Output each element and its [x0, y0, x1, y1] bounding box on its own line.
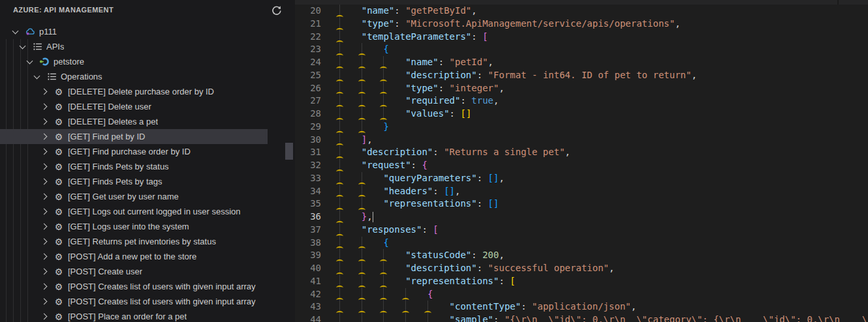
code-line[interactable]: 43"contentType": "application/json",: [295, 300, 868, 314]
tree-item[interactable]: ⚙[POST] Creates list of users with given…: [0, 294, 268, 309]
code-line-content[interactable]: "contentType": "application/json",: [334, 300, 868, 314]
code-line[interactable]: 24"name": "petId",: [295, 56, 868, 69]
tree-item[interactable]: ⚙[GET] Finds Pets by status: [0, 159, 268, 174]
code-line[interactable]: 42{: [295, 288, 868, 301]
code-line[interactable]: 38{: [295, 237, 868, 250]
chevron-right-icon[interactable]: [41, 164, 48, 170]
code-line-content[interactable]: "templateParameters": [: [334, 31, 868, 44]
code-line-content[interactable]: "required": true,: [334, 95, 868, 108]
tree-item[interactable]: ⚙[GET] Logs user into the system: [0, 219, 268, 234]
chevron-right-icon[interactable]: [41, 314, 48, 320]
code-line[interactable]: 35"representations": []: [295, 198, 868, 211]
code-line[interactable]: 22"templateParameters": [: [295, 31, 868, 44]
chevron-right-icon[interactable]: [41, 209, 48, 215]
tree-item[interactable]: ⚙[POST] Place an order for a pet: [0, 309, 268, 322]
tree-item[interactable]: ⚙[DELETE] Delete user: [0, 99, 268, 114]
code-line[interactable]: 29}: [295, 121, 868, 134]
code-line[interactable]: 21"type": "Microsoft.ApiManagement/servi…: [295, 18, 868, 31]
code-line-content[interactable]: "representations": [: [334, 275, 868, 288]
tree-item[interactable]: ⚙[GET] Find purchase order by ID: [0, 144, 268, 159]
code-line[interactable]: 27"required": true,: [295, 95, 868, 108]
code-line[interactable]: 33"queryParameters": [],: [295, 172, 868, 185]
chevron-right-icon[interactable]: [41, 89, 48, 95]
code-line-content[interactable]: {: [334, 237, 868, 250]
tree-item[interactable]: ⚙[DELETE] Deletes a pet: [0, 114, 268, 129]
code-line-content[interactable]: "name": "getPetById",: [334, 5, 868, 18]
code-line-content[interactable]: "description": "successful operation",: [334, 262, 868, 275]
sidebar-scrollbar-thumb[interactable]: [285, 143, 293, 160]
tree-item-label: [DELETE] Delete user: [68, 102, 151, 111]
code-line[interactable]: 40"description": "successful operation",: [295, 262, 868, 275]
chevron-right-icon[interactable]: [41, 149, 48, 155]
code-line-content[interactable]: "headers": [],: [334, 185, 868, 198]
code-line[interactable]: 23{: [295, 43, 868, 56]
code-line[interactable]: 34"headers": [],: [295, 185, 868, 198]
chevron-down-icon[interactable]: [27, 58, 33, 65]
code-line-content[interactable]: "sample": "{\r\n \"id\": 0,\r\n \"catego…: [334, 314, 868, 322]
chevron-right-icon[interactable]: [41, 239, 48, 245]
tree-item[interactable]: ⚙[GET] Returns pet inventories by status: [0, 234, 268, 249]
code-line[interactable]: 41"representations": [: [295, 275, 868, 288]
tree-item[interactable]: p111: [0, 24, 268, 39]
token-punc: :: [422, 224, 433, 235]
code-tokens: "type": "integer",: [405, 82, 504, 95]
code-line-content[interactable]: "request": {: [334, 159, 868, 172]
tree-item[interactable]: ⚙[POST] Add a new pet to the store: [0, 249, 268, 264]
code-line-content[interactable]: "values": []: [334, 108, 868, 121]
code-line[interactable]: 44"sample": "{\r\n \"id\": 0,\r\n \"cate…: [295, 314, 868, 322]
code-line[interactable]: 39"statusCode": 200,: [295, 249, 868, 262]
chevron-down-icon[interactable]: [20, 43, 26, 50]
gear-icon: ⚙: [54, 177, 64, 187]
chevron-down-icon[interactable]: [34, 73, 40, 80]
tree-item[interactable]: petstore: [0, 54, 268, 69]
token-punc: :: [450, 108, 461, 119]
chevron-right-icon[interactable]: [41, 269, 48, 275]
tree-item[interactable]: ⚙[GET] Finds Pets by tags: [0, 174, 268, 189]
code-line-content[interactable]: ],: [334, 134, 868, 147]
code-line-content[interactable]: },: [334, 211, 868, 224]
code-line[interactable]: 25"description": "Format - int64. ID of …: [295, 69, 868, 82]
token-punc: ,: [488, 57, 493, 67]
code-line[interactable]: 30],: [295, 134, 868, 147]
tree-item[interactable]: ⚙[DELETE] Delete purchase order by ID: [0, 84, 268, 99]
code-line[interactable]: 31"description": "Returns a single pet",: [295, 146, 868, 159]
code-area[interactable]: 20"name": "getPetById",21"type": "Micros…: [295, 5, 868, 322]
code-line-content[interactable]: "queryParameters": [],: [334, 172, 868, 185]
refresh-button[interactable]: [269, 3, 283, 18]
code-line[interactable]: 28"values": []: [295, 108, 868, 121]
tree-item[interactable]: ⚙[GET] Logs out current logged in user s…: [0, 204, 268, 219]
chevron-right-icon[interactable]: [41, 224, 48, 230]
code-line-content[interactable]: "type": "Microsoft.ApiManagement/service…: [334, 18, 868, 31]
code-line-content[interactable]: {: [334, 43, 868, 56]
tree-item[interactable]: APIs: [0, 39, 268, 54]
code-line-content[interactable]: "type": "integer",: [334, 82, 868, 95]
code-line-content[interactable]: "statusCode": 200,: [334, 249, 868, 262]
tree-item[interactable]: ⚙[GET] Get user by user name: [0, 189, 268, 204]
code-line-content[interactable]: }: [334, 121, 868, 134]
token-punc: :: [499, 276, 510, 286]
tree-item[interactable]: ⚙[GET] Find pet by ID: [0, 129, 268, 144]
code-line-content[interactable]: "description": "Format - int64. ID of pe…: [334, 69, 868, 82]
code-line-content[interactable]: "name": "petId",: [334, 56, 868, 69]
chevron-right-icon[interactable]: [41, 134, 48, 140]
chevron-right-icon[interactable]: [41, 194, 48, 200]
code-line-content[interactable]: "responses": [: [334, 224, 868, 237]
chevron-right-icon[interactable]: [41, 299, 48, 305]
code-line[interactable]: 20"name": "getPetById",: [295, 5, 868, 18]
chevron-right-icon[interactable]: [41, 284, 48, 290]
code-line-content[interactable]: "representations": []: [334, 198, 868, 211]
code-line[interactable]: 32"request": {: [295, 159, 868, 172]
chevron-right-icon[interactable]: [41, 104, 48, 110]
tree-item[interactable]: ⚙[POST] Create user: [0, 264, 268, 279]
chevron-right-icon[interactable]: [41, 179, 48, 185]
code-line-content[interactable]: "description": "Returns a single pet",: [334, 146, 868, 159]
chevron-down-icon[interactable]: [12, 28, 19, 35]
code-line[interactable]: 37"responses": [: [295, 224, 868, 237]
tree-item[interactable]: ⚙[POST] Creates list of users with given…: [0, 279, 268, 294]
code-line[interactable]: 26"type": "integer",: [295, 82, 868, 95]
code-line-content[interactable]: {: [334, 288, 868, 301]
chevron-right-icon[interactable]: [41, 119, 48, 125]
code-line[interactable]: 36},: [295, 211, 868, 224]
tree-item[interactable]: Operations: [0, 69, 268, 84]
chevron-right-icon[interactable]: [41, 254, 48, 260]
